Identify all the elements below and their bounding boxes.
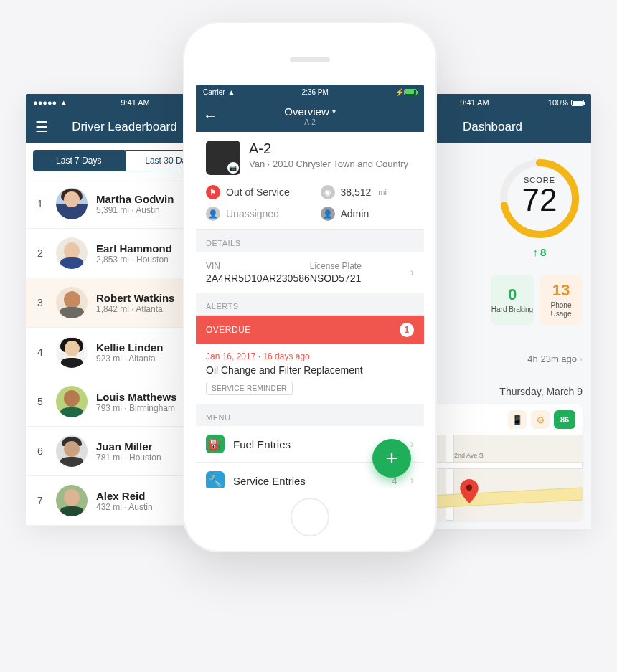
vehicle-name: A-2	[249, 141, 408, 157]
avatar	[56, 336, 88, 368]
chevron-right-icon: ›	[410, 437, 414, 450]
score-gauge: SCORE 72 ↑8	[496, 156, 583, 259]
status-time: 2:36 PM	[302, 88, 329, 96]
add-button[interactable]: +	[372, 439, 411, 478]
avatar	[56, 287, 88, 318]
carrier-label: Carrier	[203, 88, 225, 96]
wifi-icon: ▲	[228, 88, 235, 96]
rank-label: 5	[33, 396, 47, 407]
stat-label: Hard Braking	[491, 306, 533, 314]
overview-screen: Carrier▲ 2:36 PM ⚡ ← Overview▾ A-2 📷 A-2…	[196, 85, 424, 488]
alert-title: Oil Change and Filter Replacement	[206, 364, 414, 376]
avatar	[56, 485, 88, 516]
trip-score-badge: 86	[554, 410, 575, 429]
flag-icon: ⚑	[206, 185, 220, 199]
rank-label: 3	[33, 297, 47, 308]
status-odometer: ◉38,512mi	[321, 185, 415, 199]
chevron-down-icon: ▾	[332, 108, 336, 115]
plus-icon: +	[385, 446, 398, 470]
home-button[interactable]	[291, 498, 329, 536]
fuel-icon: ⛽	[206, 435, 225, 453]
stat-label: Phone Usage	[540, 301, 583, 318]
menu-label: Fuel Entries	[233, 438, 377, 450]
overview-title[interactable]: Overview▾	[284, 105, 336, 118]
section-alerts-label: ALERTS	[196, 293, 424, 315]
charging-icon: ⚡	[395, 88, 401, 96]
user-icon: 👤	[321, 207, 335, 221]
menu-icon[interactable]: ☰	[26, 118, 57, 136]
front-phone-frame: Carrier▲ 2:36 PM ⚡ ← Overview▾ A-2 📷 A-2…	[183, 22, 437, 552]
alert-tag: SERVICE REMINDER	[206, 382, 293, 395]
title-bar: ← Overview▾ A-2	[196, 99, 424, 132]
details-row[interactable]: VIN 2A4RR5D10AR230586 License Plate NSOD…	[196, 252, 424, 293]
avatar	[56, 435, 88, 467]
menu-label: Service Entries	[233, 475, 383, 487]
vin-label: VIN	[206, 261, 310, 271]
stat-value: 13	[552, 281, 570, 300]
alert-date: Jan 16, 2017 · 16 days ago	[206, 351, 414, 361]
vehicle-header-card: 📷 A-2 Van · 2010 Chrysler Town and Count…	[196, 132, 424, 230]
stat-hard-braking[interactable]: 0 Hard Braking	[491, 275, 534, 325]
section-menu-label: MENU	[196, 404, 424, 426]
rank-label: 4	[33, 346, 47, 358]
phone-usage-chip-icon: 📱	[508, 410, 527, 429]
rank-label: 6	[33, 445, 47, 457]
overdue-header[interactable]: OVERDUE 1	[196, 315, 424, 344]
status-time: 9:41 AM	[121, 98, 149, 107]
user-icon: 👤	[206, 207, 220, 221]
speeding-chip-icon: ⊖	[531, 410, 550, 429]
map-pin-icon[interactable]	[460, 479, 479, 506]
rank-label: 7	[33, 495, 47, 506]
plate-label: License Plate	[310, 261, 410, 271]
signal-dots-icon: ●●●●●	[33, 98, 57, 107]
arrow-up-icon: ↑	[533, 246, 539, 258]
plate-value: NSOD5721	[310, 273, 410, 284]
status-time: 9:41 AM	[460, 98, 489, 107]
vin-value: 2A4RR5D10AR230586	[206, 273, 310, 284]
section-details-label: DETAILS	[196, 230, 424, 252]
chevron-right-icon: ›	[410, 474, 414, 487]
tab-last-7-days[interactable]: Last 7 Days	[33, 150, 125, 171]
status-out-of-service: ⚑Out of Service	[206, 185, 321, 199]
back-icon[interactable]: ←	[203, 108, 217, 124]
status-admin: 👤Admin	[321, 207, 415, 221]
vehicle-desc: Van · 2010 Chrysler Town and Country	[249, 158, 408, 169]
chevron-right-icon: ›	[410, 266, 414, 279]
status-assigned: 👤Unassigned	[206, 207, 321, 221]
avatar	[56, 188, 88, 219]
gauge-value: 72	[496, 184, 583, 216]
overdue-label: OVERDUE	[206, 325, 251, 335]
gauge-delta: ↑8	[533, 246, 547, 258]
camera-icon: 📷	[229, 164, 237, 171]
svg-point-2	[466, 484, 473, 491]
avatar	[56, 237, 88, 269]
status-bar: Carrier▲ 2:36 PM ⚡	[196, 85, 424, 99]
avatar	[56, 386, 88, 417]
battery-percent: 100%	[548, 98, 568, 107]
battery-icon	[571, 100, 584, 106]
vehicle-image[interactable]: 📷	[206, 141, 240, 175]
wrench-icon: 🔧	[206, 471, 225, 488]
stat-phone-usage[interactable]: 13 Phone Usage	[540, 275, 583, 325]
overdue-count-badge: 1	[400, 323, 414, 337]
wifi-icon: ▲	[60, 98, 67, 107]
alert-card[interactable]: Jan 16, 2017 · 16 days ago Oil Change an…	[196, 344, 424, 404]
battery-icon	[404, 89, 417, 95]
rank-label: 2	[33, 247, 47, 259]
overview-subtitle: A-2	[304, 118, 316, 126]
phone-speaker-icon	[290, 57, 330, 62]
rank-label: 1	[33, 198, 47, 209]
stat-value: 0	[508, 285, 517, 304]
odometer-icon: ◉	[321, 185, 335, 199]
map-street-label: 2nd Ave S	[454, 452, 484, 459]
